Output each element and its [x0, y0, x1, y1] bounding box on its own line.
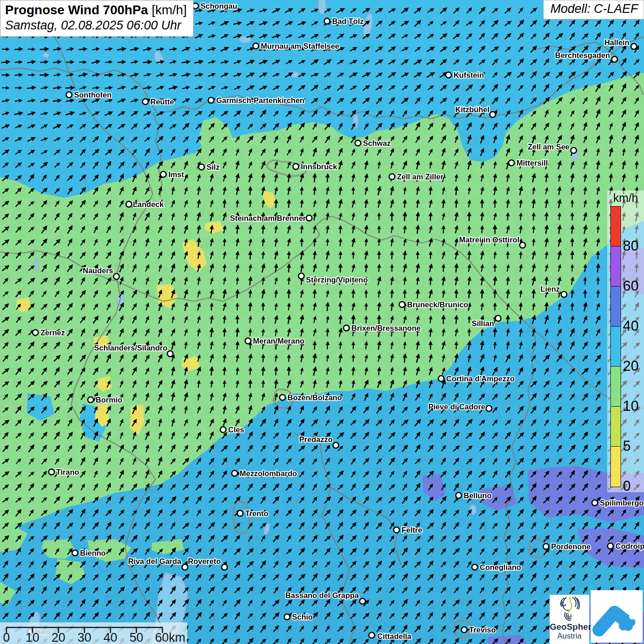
legend-tick-label: 60 — [623, 278, 638, 294]
geosphere-name: GeoSphere — [550, 622, 589, 632]
city-marker — [394, 527, 399, 533]
city-label: Schio — [292, 613, 313, 621]
city: Trento — [237, 509, 269, 518]
city-marker — [66, 92, 72, 98]
city-marker — [245, 338, 251, 344]
city-marker — [486, 406, 492, 411]
city-label: Bassano del Grappa — [285, 591, 359, 599]
city-layer: SchongauBad TölzKemptenMurnau am Staffel… — [0, 0, 644, 644]
city: Mezzolombardo — [232, 469, 297, 477]
legend-segment — [611, 327, 621, 367]
city: Imst — [161, 170, 184, 178]
city: Murnau am Staffelsee — [253, 42, 339, 50]
city-label: Hallein — [604, 38, 629, 46]
city: Sterzing/Vipiteno — [299, 273, 368, 284]
city-marker — [284, 614, 290, 620]
city: Schio — [284, 613, 313, 621]
scalebar-label: 50 — [129, 631, 143, 644]
city: Belluno — [456, 491, 492, 500]
city-marker — [167, 351, 173, 356]
city-label: Nauders — [83, 266, 113, 275]
city-marker — [49, 469, 54, 475]
city-marker — [360, 598, 365, 604]
city: Lienz — [540, 285, 567, 297]
city-label: Mezzolombardo — [240, 469, 297, 477]
city-label: Matrei in Osttirol — [459, 236, 519, 244]
city-label: Cortina d'Ampezzo — [446, 374, 515, 383]
city-marker — [88, 397, 93, 402]
legend-segment — [611, 407, 621, 447]
city-label: Berchtesgaden — [555, 51, 610, 59]
city-label: Zell am See — [528, 143, 569, 151]
city-marker — [561, 292, 567, 297]
city-marker — [608, 543, 613, 549]
city-label: Garmisch-Partenkirchen — [216, 96, 305, 104]
scalebar-label: 40 — [104, 631, 117, 644]
city: Zell am Ziller — [389, 172, 444, 181]
city: Sonthofen — [66, 91, 112, 99]
city: Kitzbühel — [455, 105, 495, 117]
city-marker — [446, 72, 451, 78]
wind-speed-legend: km/h 806040201050 — [607, 190, 644, 492]
city-label: Pordenone — [551, 542, 591, 551]
city: Zell am See — [528, 143, 576, 153]
city: Spilimbergo — [592, 499, 644, 507]
city-label: Cles — [228, 426, 244, 434]
city-marker — [208, 98, 214, 103]
city-label: Steinach am Brenner — [230, 214, 306, 222]
map-title: Prognose Wind 700hPa [km/h] — [5, 2, 187, 18]
model-label: Modell: C-LAEF — [543, 0, 644, 19]
city-marker — [306, 215, 312, 221]
city: Nauders — [83, 266, 119, 279]
city-label: Bormio — [96, 396, 122, 404]
mountain-cloud-icon — [591, 590, 643, 643]
city-marker — [389, 174, 395, 179]
city: Rovereto — [188, 557, 227, 570]
legend-segment — [611, 367, 621, 407]
city-marker — [571, 148, 576, 153]
city: Sillian — [472, 316, 501, 328]
wind-map: SchongauBad TölzKemptenMurnau am Staffel… — [0, 0, 644, 644]
city: Mittersill — [509, 159, 548, 167]
city-label: Spilimbergo — [600, 499, 644, 507]
legend-tick-label: 80 — [623, 238, 638, 254]
city-label: Tirano — [56, 468, 79, 476]
city-label: Sillian — [472, 319, 494, 328]
city: Schwaz — [355, 139, 391, 147]
city-marker — [253, 43, 259, 49]
legend-tick-label: 0 — [623, 478, 631, 494]
city: Cittadella — [369, 632, 412, 640]
city-label: Innsbruck — [301, 162, 338, 171]
city: Codroipo — [608, 542, 644, 550]
city: Innsbruck — [293, 162, 338, 171]
city-label: Imst — [168, 170, 184, 178]
city-label: Bruneck/Brunico — [407, 300, 468, 309]
city-marker — [592, 500, 598, 506]
city-label: Meran/Merano — [253, 337, 305, 345]
geosphere-logo: GeoSphere Austria — [550, 595, 589, 644]
city-marker — [222, 564, 227, 570]
city-marker — [355, 140, 361, 146]
city-label: Lienz — [540, 285, 560, 293]
scalebar-label: 20 — [52, 631, 65, 644]
city-label: Feltre — [402, 526, 422, 534]
scalebar-label: 0 — [3, 631, 10, 644]
city-marker — [220, 427, 226, 432]
city: Bozen/Bolzano — [280, 393, 342, 402]
city-label: Silz — [207, 163, 219, 171]
city: Bassano del Grappa — [285, 591, 365, 604]
geosphere-country: Austria — [550, 632, 589, 641]
city-label: Bozen/Bolzano — [288, 393, 342, 402]
city-label: Predazzo — [299, 435, 333, 443]
city: Schlanders/Silandro — [94, 344, 173, 356]
city: Pieve di Cadore — [428, 402, 492, 411]
city: Schongau — [193, 2, 237, 10]
scalebar-label: 10 — [25, 631, 39, 644]
city-label: Belluno — [464, 491, 492, 500]
legend-unit-label: km/h — [607, 191, 644, 205]
legend-tick-label: 20 — [623, 358, 638, 374]
city-marker — [280, 395, 285, 400]
city-label: Cittadella — [377, 632, 412, 640]
title-box: Prognose Wind 700hPa [km/h] Samstag, 02.… — [0, 0, 194, 37]
city-marker — [631, 44, 637, 49]
